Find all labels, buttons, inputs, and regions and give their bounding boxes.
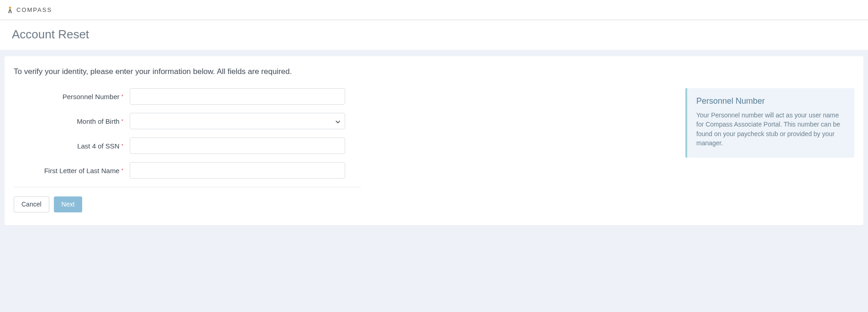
compass-logo-icon bbox=[5, 5, 15, 15]
month-of-birth-label: Month of Birth bbox=[14, 117, 130, 125]
button-row: Cancel Next bbox=[14, 196, 361, 212]
personnel-number-input[interactable] bbox=[130, 88, 345, 105]
form-group-month: Month of Birth bbox=[14, 113, 361, 129]
page-title: Account Reset bbox=[12, 27, 856, 42]
info-column: Personnel Number Your Personnel number w… bbox=[685, 88, 854, 158]
content-row: Personnel Number Month of Birth bbox=[14, 88, 854, 212]
info-title: Personnel Number bbox=[696, 96, 845, 106]
info-panel: Personnel Number Your Personnel number w… bbox=[685, 88, 854, 158]
ssn-input[interactable] bbox=[130, 137, 345, 154]
ssn-label: Last 4 of SSN bbox=[14, 142, 130, 150]
form-group-ssn: Last 4 of SSN bbox=[14, 137, 361, 154]
form-group-lastname: First Letter of Last Name bbox=[14, 162, 361, 179]
form-card: To verify your identity, please enter yo… bbox=[5, 56, 863, 225]
cancel-button[interactable]: Cancel bbox=[14, 196, 49, 212]
personnel-number-label: Personnel Number bbox=[14, 93, 130, 100]
brand-logo: COMPASS bbox=[5, 5, 52, 15]
brand-text: COMPASS bbox=[16, 6, 52, 13]
header-bar: COMPASS bbox=[0, 0, 868, 20]
intro-text: To verify your identity, please enter yo… bbox=[14, 67, 854, 76]
divider bbox=[14, 187, 361, 187]
info-body: Your Personnel number will act as your u… bbox=[696, 111, 845, 148]
form-group-personnel: Personnel Number bbox=[14, 88, 361, 105]
lastname-input[interactable] bbox=[130, 162, 345, 179]
next-button[interactable]: Next bbox=[54, 196, 83, 212]
page-title-region: Account Reset bbox=[0, 20, 868, 50]
svg-point-0 bbox=[9, 6, 11, 9]
month-of-birth-select[interactable] bbox=[130, 113, 345, 129]
form-column: Personnel Number Month of Birth bbox=[14, 88, 361, 212]
lastname-label: First Letter of Last Name bbox=[14, 167, 130, 175]
